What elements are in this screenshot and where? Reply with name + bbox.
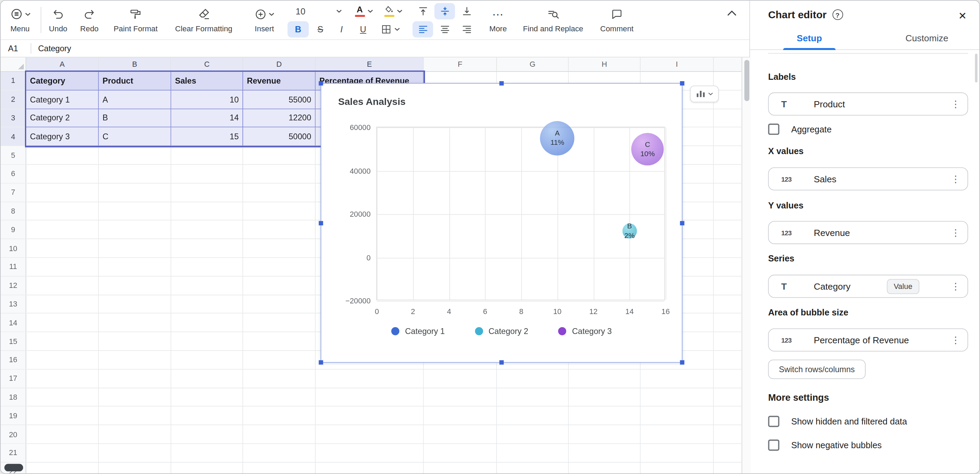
column-header[interactable]: B: [99, 57, 172, 71]
horizontal-scrollbar-thumb[interactable]: [5, 464, 23, 472]
undo-button[interactable]: Undo: [44, 2, 72, 38]
name-box[interactable]: A1: [1, 44, 31, 53]
row-header[interactable]: 8: [1, 202, 26, 220]
row-header[interactable]: 2: [1, 90, 26, 108]
menu-button[interactable]: Menu: [5, 2, 36, 38]
chart-resize-handle[interactable]: [680, 221, 684, 225]
row-header[interactable]: 13: [1, 295, 26, 313]
grid-cell[interactable]: C: [99, 128, 172, 146]
row-header[interactable]: 4: [1, 128, 26, 146]
column-header[interactable]: E: [316, 57, 424, 71]
column-header[interactable]: A: [26, 57, 99, 71]
borders-button[interactable]: [375, 21, 405, 38]
grid-cell[interactable]: 10: [171, 90, 243, 109]
legend-item[interactable]: Category 3: [558, 327, 612, 336]
column-header[interactable]: G: [497, 57, 569, 71]
italic-button[interactable]: I: [331, 21, 352, 38]
row-header[interactable]: 1: [1, 72, 26, 90]
row-header[interactable]: 3: [1, 109, 26, 127]
grid-cell[interactable]: Sales: [171, 72, 243, 90]
align-center-button[interactable]: [434, 21, 455, 38]
grid-cell[interactable]: Category 3: [26, 128, 99, 146]
clear-formatting-button[interactable]: Clear Formatting: [167, 2, 241, 38]
row-header[interactable]: 7: [1, 183, 26, 201]
chart[interactable]: Sales Analysis 0246810121416600004000020…: [321, 83, 682, 363]
align-right-button[interactable]: [456, 21, 477, 38]
vertical-align-bottom-button[interactable]: [456, 3, 477, 19]
kebab-menu-icon[interactable]: ⋮: [949, 226, 963, 239]
kebab-menu-icon[interactable]: ⋮: [949, 172, 963, 186]
text-color-button[interactable]: A: [350, 3, 377, 19]
row-header[interactable]: 21: [1, 444, 26, 461]
chart-resize-handle[interactable]: [319, 81, 323, 86]
row-header[interactable]: 5: [1, 146, 26, 164]
grid-cell[interactable]: 14: [171, 109, 243, 128]
underline-button[interactable]: U: [353, 21, 374, 38]
row-header[interactable]: 17: [1, 369, 26, 387]
bold-button[interactable]: B: [288, 21, 309, 38]
column-header[interactable]: [714, 57, 742, 71]
close-panel-button[interactable]: ✕: [956, 9, 969, 22]
comment-button[interactable]: Comment: [590, 2, 643, 38]
aggregate-checkbox[interactable]: [768, 124, 780, 135]
chart-resize-handle[interactable]: [680, 360, 684, 365]
grid-cell[interactable]: 12200: [243, 109, 316, 128]
tab-setup[interactable]: Setup: [781, 33, 837, 43]
row-header[interactable]: 9: [1, 220, 26, 238]
kebab-menu-icon[interactable]: ⋮: [949, 97, 963, 111]
legend-item[interactable]: Category 2: [475, 327, 528, 336]
insert-button[interactable]: Insert: [245, 2, 285, 38]
fill-color-button[interactable]: [379, 3, 407, 19]
vertical-scrollbar[interactable]: [742, 57, 750, 474]
align-left-button[interactable]: [412, 21, 433, 38]
row-header[interactable]: 10: [1, 239, 26, 257]
grid-cell[interactable]: Category: [26, 72, 99, 90]
x-values-field[interactable]: 123 Sales ⋮: [768, 167, 968, 190]
show-negative-checkbox[interactable]: [768, 440, 780, 451]
find-replace-button[interactable]: Find and Replace: [519, 2, 587, 38]
series-field[interactable]: T Category Value ⋮: [768, 275, 968, 298]
row-header[interactable]: 18: [1, 388, 26, 406]
row-header[interactable]: 16: [1, 351, 26, 369]
grid-cell[interactable]: Category 2: [26, 109, 99, 128]
column-header[interactable]: I: [641, 57, 713, 71]
grid-cell[interactable]: 55000: [243, 90, 316, 109]
grid-cell[interactable]: Product: [99, 72, 172, 90]
select-all-corner[interactable]: [1, 57, 26, 71]
row-header[interactable]: 15: [1, 332, 26, 350]
grid-cell[interactable]: Category 1: [26, 90, 99, 109]
show-hidden-checkbox[interactable]: [768, 416, 780, 427]
chart-resize-handle[interactable]: [319, 360, 323, 365]
grid-cell[interactable]: 15: [171, 128, 243, 146]
formula-input[interactable]: Category: [31, 44, 71, 53]
column-header[interactable]: H: [569, 57, 641, 71]
row-header[interactable]: 6: [1, 165, 26, 183]
chart-type-button[interactable]: [690, 86, 719, 103]
redo-button[interactable]: Redo: [75, 2, 103, 38]
row-header[interactable]: 20: [1, 425, 26, 443]
font-size-control[interactable]: 10: [288, 3, 347, 19]
column-header[interactable]: D: [243, 57, 316, 71]
y-values-field[interactable]: 123 Revenue ⋮: [768, 221, 968, 244]
row-header[interactable]: 11: [1, 258, 26, 276]
row-header[interactable]: 19: [1, 407, 26, 425]
more-button[interactable]: ⋯ More: [482, 2, 514, 38]
switch-rows-columns-button[interactable]: Switch rows/columns: [768, 360, 865, 379]
column-header[interactable]: F: [424, 57, 497, 71]
tab-customize[interactable]: Customize: [899, 33, 955, 43]
column-header[interactable]: C: [171, 57, 243, 71]
grid-cell[interactable]: A: [99, 90, 172, 109]
chart-resize-handle[interactable]: [499, 81, 504, 86]
collapse-toolbar-button[interactable]: [721, 5, 743, 22]
grid-cell[interactable]: Revenue: [243, 72, 316, 90]
labels-field[interactable]: T Product ⋮: [768, 92, 968, 116]
kebab-menu-icon[interactable]: ⋮: [949, 279, 963, 293]
grid-cell[interactable]: B: [99, 109, 172, 128]
help-icon[interactable]: ?: [832, 9, 843, 20]
grid-cell[interactable]: 50000: [243, 128, 316, 146]
row-header[interactable]: 14: [1, 314, 26, 331]
row-header[interactable]: 12: [1, 277, 26, 295]
bubble-size-field[interactable]: 123 Percentage of Revenue ⋮: [768, 328, 968, 352]
value-chip[interactable]: Value: [887, 279, 919, 294]
panel-scrollbar-thumb[interactable]: [975, 54, 977, 82]
